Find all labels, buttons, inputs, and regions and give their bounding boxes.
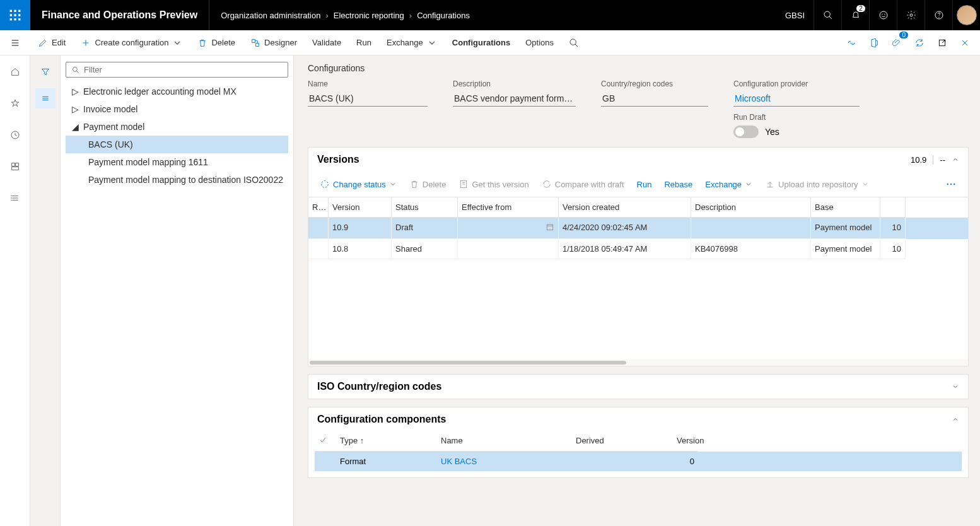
col-header[interactable] (880, 197, 906, 218)
exchange-button[interactable]: Exchange (379, 30, 445, 56)
compare-button[interactable]: Compare with draft (537, 176, 629, 192)
run-draft-toggle[interactable] (733, 126, 759, 138)
col-header[interactable]: Description (691, 197, 811, 218)
refresh-button[interactable] (909, 33, 930, 53)
run-button[interactable]: Run (349, 30, 379, 56)
page-title: Configurations (308, 63, 969, 73)
filter-toggle[interactable] (35, 62, 55, 82)
col-header[interactable]: Version (673, 431, 698, 452)
change-status-button[interactable]: Change status (315, 176, 402, 192)
nav-toggle-button[interactable] (0, 30, 30, 56)
filter-box[interactable] (66, 62, 288, 78)
cell-basen[interactable]: 10 (880, 218, 906, 239)
organization-label[interactable]: GBSI (776, 0, 814, 30)
field-value[interactable]: BACS vendor payment format f... (453, 91, 576, 107)
tree-item-electronic-ledger[interactable]: ▷Electronic ledger accounting model MX (66, 83, 288, 100)
versions-grid: R... Version Status Effective from Versi… (308, 197, 968, 366)
col-check[interactable] (315, 431, 336, 452)
breadcrumb-item[interactable]: Electronic reporting (334, 11, 404, 20)
tree-item-payment-model[interactable]: ◢Payment model (66, 118, 288, 136)
more-button[interactable] (940, 175, 962, 193)
actionbar-right: 0 (841, 33, 980, 53)
workspaces-button[interactable] (5, 156, 25, 177)
col-header[interactable]: Status (392, 197, 458, 218)
calendar-icon (545, 223, 554, 231)
table-row[interactable]: 10.8 Shared 1/18/2018 05:49:47 AM KB4076… (308, 239, 968, 259)
paperclip-icon (892, 38, 902, 48)
col-header[interactable]: Version (329, 197, 392, 218)
create-configuration-button[interactable]: Create configuration (73, 30, 190, 56)
version-run-button[interactable]: Run (632, 177, 657, 192)
col-header[interactable]: Base (811, 197, 880, 218)
tree-toggle[interactable] (35, 88, 55, 108)
cell-name[interactable]: UK BACS (437, 452, 572, 471)
account-button[interactable] (952, 0, 980, 30)
settings-button[interactable] (897, 0, 925, 30)
close-button[interactable] (955, 33, 975, 53)
designer-button[interactable]: Designer (243, 30, 305, 56)
list-icon (10, 193, 20, 203)
rebase-button[interactable]: Rebase (659, 177, 697, 192)
horizontal-scrollbar[interactable] (308, 359, 968, 366)
col-header[interactable]: R... (308, 197, 329, 218)
upload-repo-button[interactable]: Upload into repository (760, 176, 873, 192)
tree-item-mapping-1611[interactable]: Payment model mapping 1611 (66, 153, 288, 171)
col-header[interactable]: Type ↑ (336, 431, 437, 452)
svg-line-10 (829, 16, 832, 19)
popout-button[interactable] (932, 33, 952, 53)
refresh-icon (914, 38, 925, 48)
feedback-button[interactable] (869, 0, 897, 30)
tree-item-invoice-model[interactable]: ▷Invoice model (66, 100, 288, 118)
field-value[interactable]: BACS (UK) (308, 91, 428, 107)
edit-button[interactable]: Edit (30, 30, 73, 56)
help-button[interactable] (925, 0, 952, 30)
components-title: Configuration components (317, 414, 446, 425)
versions-toolbar: Change status Delete Get this version Co… (308, 172, 968, 197)
col-header[interactable]: Effective from (458, 197, 559, 218)
filter-input[interactable] (84, 65, 283, 74)
modules-button[interactable] (5, 188, 25, 208)
field-description: Description BACS vendor payment format f… (453, 79, 576, 138)
table-row[interactable]: Format UK BACS 0 (315, 452, 962, 471)
configurations-tab[interactable]: Configurations (445, 30, 518, 56)
svg-rect-49 (547, 225, 552, 230)
svg-point-13 (884, 14, 885, 15)
office-button[interactable] (864, 33, 884, 53)
versions-header[interactable]: Versions 10.9 -- (308, 148, 968, 172)
related-info-button[interactable] (841, 33, 861, 53)
tree-item-mapping-iso[interactable]: Payment model mapping to destination ISO… (66, 171, 288, 189)
svg-point-37 (11, 198, 11, 199)
home-button[interactable] (5, 62, 25, 82)
get-version-button[interactable]: Get this version (453, 176, 534, 192)
tree-item-bacs-uk[interactable]: BACS (UK) (66, 136, 288, 153)
notifications-button[interactable]: 2 (841, 0, 869, 30)
breadcrumb-item[interactable]: Configurations (417, 11, 470, 20)
exchange-label: Exchange (387, 38, 423, 47)
office-icon (869, 38, 879, 48)
col-header[interactable]: Version created (559, 197, 691, 218)
tree-label: Electronic ledger accounting model MX (83, 86, 236, 96)
validate-button[interactable]: Validate (305, 30, 349, 56)
chevron-up-icon (952, 156, 959, 163)
search-button[interactable] (814, 0, 841, 30)
recent-button[interactable] (5, 125, 25, 145)
avatar (957, 5, 977, 25)
col-header[interactable]: Name (437, 431, 572, 452)
attachments-button[interactable]: 0 (887, 33, 907, 53)
waffle-button[interactable] (0, 0, 30, 30)
breadcrumb-item[interactable]: Organization administration (221, 11, 320, 20)
col-header[interactable]: Derived (572, 431, 673, 452)
tree-panel: ▷Electronic ledger accounting model MX ▷… (61, 56, 294, 526)
field-value[interactable]: GB (601, 91, 708, 107)
table-row[interactable]: 10.9 Draft 4/24/2020 09:02:45 AM Payment… (308, 218, 968, 239)
cell-base[interactable]: Payment model (811, 218, 880, 239)
favorites-button[interactable] (5, 93, 25, 114)
actionbar-search-button[interactable] (561, 30, 586, 56)
options-button[interactable]: Options (518, 30, 561, 56)
field-value-link[interactable]: Microsoft (733, 91, 860, 107)
delete-button[interactable]: Delete (190, 30, 243, 56)
version-exchange-button[interactable]: Exchange (700, 177, 757, 192)
version-delete-button[interactable]: Delete (404, 176, 452, 192)
iso-header[interactable]: ISO Country/region codes (308, 375, 968, 399)
components-header[interactable]: Configuration components (308, 407, 968, 431)
